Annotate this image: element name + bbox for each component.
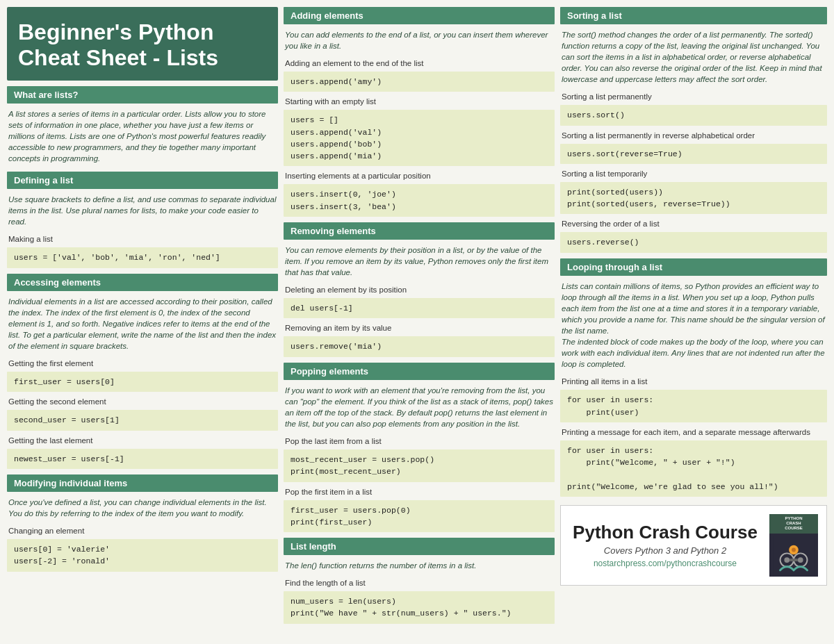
svg-point-7 xyxy=(792,547,796,552)
pop-first-label: Pop the first item in a list xyxy=(284,486,555,497)
section-adding-elements: Adding elements You can add elements to … xyxy=(284,7,555,217)
making-a-list-label: Making a list xyxy=(7,233,278,245)
title-block: Beginner's Python Cheat Sheet - Lists xyxy=(7,7,278,81)
accessing-elements-desc: Individual elements in a list are access… xyxy=(7,294,278,354)
section-defining-a-list: Defining a list Use square brackets to d… xyxy=(7,172,278,268)
insert-label: Inserting elements at a particular posit… xyxy=(284,170,555,181)
adding-elements-desc: You can add elements to the end of a lis… xyxy=(284,27,555,53)
print-all-code: for user in users: print(user) xyxy=(560,390,827,422)
section-header-list-length: List length xyxy=(284,538,555,555)
section-header-defining-a-list: Defining a list xyxy=(7,172,278,189)
reverse-label: Reversing the order of a list xyxy=(560,218,827,229)
page-title: Beginner's Python Cheat Sheet - Lists xyxy=(18,19,267,71)
section-modifying-items: Modifying individual items Once you've d… xyxy=(7,474,278,572)
section-removing-elements: Removing elements You can remove element… xyxy=(284,222,555,357)
looping-desc: Lists can contain millions of items, so … xyxy=(560,279,827,372)
section-sorting: Sorting a list The sort() method changes… xyxy=(560,7,827,253)
book-cover: PYTHON CRASH COURSE xyxy=(769,514,818,577)
sort-temp-code: print(sorted(users)) print(sorted(users,… xyxy=(560,182,827,215)
section-header-what-are-lists: What are lists? xyxy=(7,86,278,104)
sorting-desc: The sort() method changes the order of a… xyxy=(560,27,827,87)
second-element-label: Getting the second element xyxy=(7,396,278,407)
section-header-popping-elements: Popping elements xyxy=(284,363,555,380)
append-code: users.append('amy') xyxy=(284,72,555,92)
svg-point-4 xyxy=(798,557,803,563)
section-looping: Looping through a list Lists can contain… xyxy=(560,258,827,497)
modifying-items-desc: Once you've defined a list, you can chan… xyxy=(7,495,278,521)
section-header-removing-elements: Removing elements xyxy=(284,222,555,240)
print-message-label: Printing a message for each item, and a … xyxy=(560,427,827,438)
append-label: Adding an element to the end of the list xyxy=(284,58,555,69)
book-promo-inner: Python Crash Course Covers Python 3 and … xyxy=(569,514,818,577)
del-label: Deleting an element by its position xyxy=(284,284,555,295)
pop-first-code: first_user = users.pop(0) print(first_us… xyxy=(284,500,555,533)
empty-list-code: users = [] users.append('val') users.app… xyxy=(284,110,555,166)
section-header-adding-elements: Adding elements xyxy=(284,7,555,24)
book-title: Python Crash Course xyxy=(573,522,758,543)
empty-list-label: Starting with an empty list xyxy=(284,96,555,107)
removing-elements-desc: You can remove elements by their positio… xyxy=(284,242,555,280)
section-header-looping: Looping through a list xyxy=(560,258,827,276)
print-message-code: for user in users: print("Welcome, " + u… xyxy=(560,440,827,497)
right-column: Sorting a list The sort() method changes… xyxy=(560,7,827,637)
making-a-list-code: users = ['val', 'bob', 'mia', 'ron', 'ne… xyxy=(7,247,278,267)
section-what-are-lists: What are lists? A list stores a series o… xyxy=(7,86,278,166)
svg-point-3 xyxy=(784,557,790,563)
left-column: Beginner's Python Cheat Sheet - Lists Wh… xyxy=(7,7,278,637)
book-cover-snake-icon xyxy=(773,536,815,577)
book-promo: Python Crash Course Covers Python 3 and … xyxy=(560,505,827,586)
sort-reverse-perm-label: Sorting a list permanently in reverse al… xyxy=(560,130,827,141)
remove-code: users.remove('mia') xyxy=(284,336,555,356)
mid-column: Adding elements You can add elements to … xyxy=(284,7,555,637)
svg-rect-5 xyxy=(790,559,798,561)
what-are-lists-desc: A list stores a series of items in a par… xyxy=(7,106,278,166)
book-subtitle: Covers Python 3 and Python 2 xyxy=(604,545,726,556)
changing-element-code: users[0] = 'valerie' users[-2] = 'ronald… xyxy=(7,539,278,572)
changing-element-label: Changing an element xyxy=(7,525,278,536)
sort-perm-code: users.sort() xyxy=(560,105,827,125)
del-code: del users[-1] xyxy=(284,298,555,318)
sort-reverse-perm-code: users.sort(reverse=True) xyxy=(560,144,827,164)
section-header-accessing-elements: Accessing elements xyxy=(7,274,278,291)
first-element-code: first_user = users[0] xyxy=(7,372,278,392)
section-header-sorting: Sorting a list xyxy=(560,7,827,24)
popping-elements-desc: If you want to work with an element that… xyxy=(284,383,555,431)
pop-last-label: Pop the last item from a list xyxy=(284,436,555,447)
print-all-label: Printing all items in a list xyxy=(560,376,827,387)
second-element-code: second_user = users[1] xyxy=(7,410,278,430)
book-cover-label: PYTHON CRASH COURSE xyxy=(769,514,818,534)
page: Beginner's Python Cheat Sheet - Lists Wh… xyxy=(0,0,834,644)
sort-temp-label: Sorting a list temporarily xyxy=(560,168,827,179)
first-element-label: Getting the first element xyxy=(7,358,278,369)
reverse-code: users.reverse() xyxy=(560,232,827,252)
last-element-code: newest_user = users[-1] xyxy=(7,449,278,469)
remove-label: Removing an item by its value xyxy=(284,322,555,333)
last-element-label: Getting the last element xyxy=(7,435,278,446)
len-code: num_users = len(users) print("We have " … xyxy=(284,591,555,624)
sort-perm-label: Sorting a list permanently xyxy=(560,91,827,102)
section-header-modifying-items: Modifying individual items xyxy=(7,474,278,492)
section-list-length: List length The len() function returns t… xyxy=(284,538,555,624)
len-label: Find the length of a list xyxy=(284,577,555,588)
pop-last-code: most_recent_user = users.pop() print(mos… xyxy=(284,449,555,482)
list-length-desc: The len() function returns the number of… xyxy=(284,558,555,573)
insert-code: users.insert(0, 'joe') users.insert(3, '… xyxy=(284,184,555,217)
defining-a-list-desc: Use square brackets to define a list, an… xyxy=(7,192,278,229)
section-popping-elements: Popping elements If you want to work wit… xyxy=(284,363,555,532)
section-accessing-elements: Accessing elements Individual elements i… xyxy=(7,274,278,469)
book-link[interactable]: nostarchpress.com/pythoncrashcourse xyxy=(594,559,737,568)
